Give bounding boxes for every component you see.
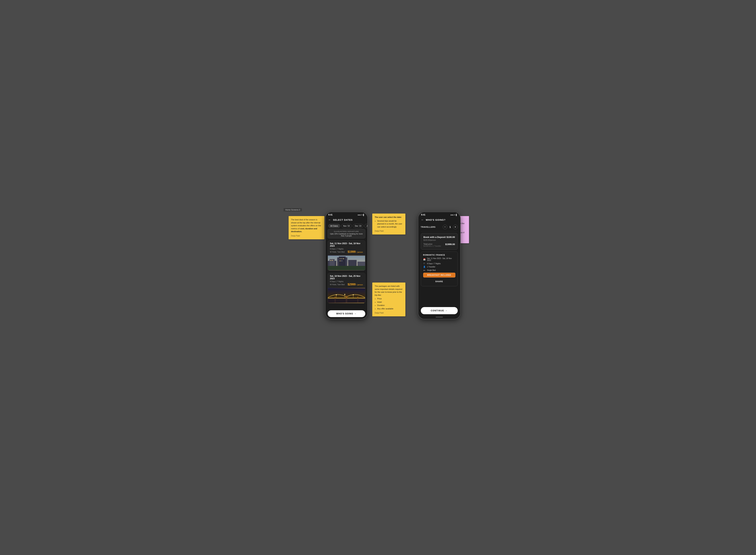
deposit-amount: $100.00	[447, 236, 455, 239]
status-bar-1: 9:41 ●●● ▾ ▌	[326, 212, 368, 217]
breakfast-badge: BREAKFAST INCLUDED	[423, 273, 455, 278]
trip2-price-per: / person	[356, 284, 363, 286]
summary-dates-row: 📅 Sat, 11 Nov 2023 - Sat, 18 Nov 2023	[423, 257, 455, 261]
svg-rect-12	[340, 260, 341, 261]
person-icon: 👤	[423, 266, 426, 268]
share-button[interactable]: SHARE	[423, 279, 455, 284]
summary-travellers-row: 👤 1 Traveller	[423, 266, 455, 268]
deposit-title: Book with a Deposit	[423, 236, 446, 239]
battery-icon: ▌	[363, 214, 364, 216]
summary-bed: Single Bed	[427, 269, 436, 271]
date-chip-dec[interactable]: Dec '23	[353, 224, 363, 228]
svg-point-25	[352, 294, 353, 295]
travellers-row: TRAVELLERS − 1 +	[421, 223, 458, 231]
clock-icon: ⏱	[423, 262, 426, 265]
status-time-1: 9:41	[328, 214, 333, 216]
calendar-icon: 📅	[423, 258, 426, 261]
svg-point-21	[336, 294, 337, 295]
nav-bar-2: ← WHO'S GOING?	[418, 217, 460, 223]
guaranteed-text: Upto 15% Cashback on booking for more th…	[330, 233, 363, 237]
trip2-price: $2999	[347, 283, 355, 286]
annotation-card-3: The packages are listed with some import…	[372, 283, 406, 316]
phone-screen1: 9:41 ●●● ▾ ▌ ← SELECT DATES All Dates No…	[325, 212, 368, 319]
summary-title: ROMANTIC FRANCE	[423, 254, 455, 256]
trip2-hotel: W Hotel, Twin Bed	[330, 284, 345, 286]
date-chip-jan[interactable]: Jan '24	[364, 224, 367, 228]
deposit-per: $100.00/person	[423, 239, 455, 241]
date-filter-bar: All Dates Nov '23 Dec '23 Jan '24 F	[326, 223, 368, 229]
annotation-2-title: The user can select the date:	[375, 216, 403, 219]
status-time-2: 9:41	[421, 214, 425, 216]
svg-point-23	[344, 294, 345, 295]
battery-icon-2: ▌	[456, 214, 457, 216]
summary-bed-row: 🛏 Single Bed	[423, 269, 455, 271]
nav-bar-1: ← SELECT DATES	[326, 217, 368, 223]
counter-controls: − 1 +	[443, 225, 458, 229]
traveller-count: 1	[450, 225, 451, 228]
trip2-info: Sat, 18 Nov 2023 - Sat, 25 Nov 2023 8 Da…	[328, 273, 365, 288]
wifi-icon-2: ▾	[454, 214, 455, 216]
trip-card-1[interactable]: Sat, 11 Nov 2023 - Sat, 18 Nov 2023 8 Da…	[328, 240, 365, 271]
annotation-3-author: Dwija Patel	[375, 311, 403, 314]
status-icons-2: ●●● ▾ ▌	[450, 214, 457, 216]
summary-dates: Sat, 11 Nov 2023 - Sat, 18 Nov 2023	[427, 257, 455, 261]
trip1-info: Sat, 11 Nov 2023 - Sat, 18 Nov 2023 8 Da…	[328, 241, 365, 255]
trip2-image	[328, 288, 365, 303]
total-sub: $1999.00 x 1 Traveller	[423, 245, 441, 247]
trip2-dates: Sat, 18 Nov 2023 - Sat, 25 Nov 2023	[330, 275, 363, 280]
screen2: 9:41 ●●● ▾ ▌ ← WHO'S GOING? TRAVELLERS −	[418, 212, 460, 319]
summary-travellers: 1 Traveller	[427, 266, 435, 268]
total-label: Total price	[423, 243, 441, 245]
increment-button[interactable]: +	[453, 225, 458, 229]
back-button-1[interactable]: ←	[328, 218, 331, 221]
svg-rect-10	[341, 258, 342, 259]
guaranteed-banner: GUARANTEED DEPARTURE Upto 15% Cashback o…	[328, 229, 365, 239]
date-chip-all[interactable]: All Dates	[328, 224, 340, 228]
svg-rect-11	[343, 258, 344, 259]
guaranteed-label: GUARANTEED DEPARTURE	[330, 230, 363, 232]
back-button-2[interactable]: ←	[421, 218, 424, 221]
total-amount: $1999.00	[445, 243, 455, 246]
trip-summary-card: ROMANTIC FRANCE 📅 Sat, 11 Nov 2023 - Sat…	[421, 252, 458, 286]
screen1: 9:41 ●●● ▾ ▌ ← SELECT DATES All Dates No…	[326, 212, 368, 319]
screen1-content: GUARANTEED DEPARTURE Upto 15% Cashback o…	[326, 229, 368, 308]
signal-icon: ●●●	[358, 214, 361, 216]
annotation-1-author: Dwija Patel	[291, 234, 322, 237]
annotation-1-text: The best deal of the season is shown at …	[291, 218, 322, 233]
home-indicator	[436, 317, 443, 317]
deposit-header: Book with a Deposit $100.00	[423, 236, 455, 239]
total-row: Total price $1999.00 x 1 Traveller $1999…	[423, 243, 455, 247]
annotation-3-title: The packages are listed with some import…	[375, 285, 403, 297]
annotation-2-author: Dwija Patel	[375, 230, 403, 232]
tab-bar: Home Screens-3	[284, 208, 302, 211]
trip1-image	[328, 255, 365, 270]
bed-icon: 🛏	[423, 269, 426, 271]
screen1-title: SELECT DATES	[333, 219, 353, 221]
screen2-content: TRAVELLERS − 1 + Book with a Deposit $10…	[418, 223, 460, 306]
annotation-card-2: The user can select the date: Several tr…	[372, 214, 406, 234]
trip1-dates: Sat, 11 Nov 2023 - Sat, 18 Nov 2023	[330, 242, 363, 247]
screen2-title: WHO'S GOING?	[426, 219, 446, 221]
trip1-price: $1999	[347, 250, 355, 253]
svg-rect-8	[332, 260, 333, 261]
whos-going-button[interactable]: WHO'S GOING →	[328, 310, 365, 317]
trip1-hotel: W Hotel, Twin Bed	[330, 251, 345, 253]
annotation-card-1: The best deal of the season is shown at …	[289, 216, 325, 239]
annotation-2-list: Several trips would be planned in a mont…	[375, 219, 403, 228]
annotation-3-list: Price Hotel Duration Any offer available	[375, 297, 403, 310]
summary-duration: 8 Days / 7 Nights	[427, 263, 441, 265]
trip2-duration: 8 Days | 7 Nights	[330, 281, 363, 283]
signal-icon-2: ●●●	[450, 214, 454, 216]
svg-rect-13	[341, 260, 342, 261]
travellers-label: TRAVELLERS	[421, 226, 436, 228]
svg-rect-9	[340, 258, 341, 259]
trip-card-2[interactable]: Sat, 18 Nov 2023 - Sat, 25 Nov 2023 8 Da…	[328, 273, 365, 303]
decrement-button[interactable]: −	[443, 225, 447, 229]
svg-rect-14	[328, 266, 365, 270]
status-icons-1: ●●● ▾ ▌	[358, 214, 364, 216]
continue-button[interactable]: CONTINUE →	[421, 307, 458, 314]
trip1-price-per: / person	[356, 251, 363, 253]
phone-screen2: 9:41 ●●● ▾ ▌ ← WHO'S GOING? TRAVELLERS −	[418, 212, 461, 319]
status-bar-2: 9:41 ●●● ▾ ▌	[418, 212, 460, 217]
date-chip-nov[interactable]: Nov '23	[341, 224, 352, 228]
